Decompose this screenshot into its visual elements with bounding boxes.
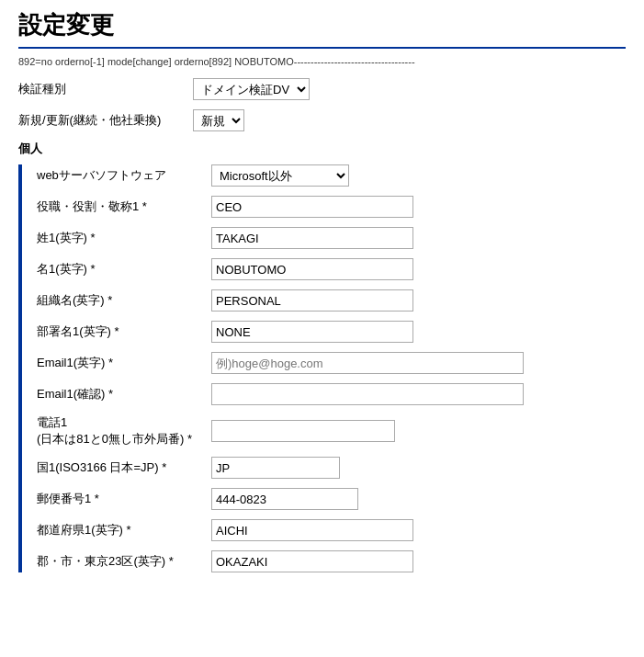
postal-input[interactable]: [211, 488, 358, 510]
dept-input[interactable]: [211, 321, 413, 343]
new-update-select[interactable]: 新規 更新: [193, 109, 244, 131]
city-input[interactable]: [211, 550, 413, 572]
firstname-input[interactable]: [211, 258, 413, 280]
dept-label: 部署名1(英字) *: [37, 323, 211, 340]
phone-input[interactable]: [211, 420, 395, 442]
web-server-select[interactable]: Microsoft以外 Microsoft IIS: [211, 164, 349, 187]
org-input[interactable]: [211, 289, 413, 312]
lastname-input[interactable]: [211, 227, 413, 249]
prefecture-input[interactable]: [211, 519, 413, 541]
firstname-label: 名1(英字) *: [37, 261, 211, 278]
email1-input[interactable]: [211, 352, 524, 374]
email1-label: Email1(英字) *: [37, 355, 211, 371]
city-label: 郡・市・東京23区(英字) *: [37, 553, 211, 570]
postal-label: 郵便番号1 *: [37, 491, 211, 507]
section-kojin: 個人: [18, 141, 626, 157]
title-label: 役職・役割・敬称1 *: [37, 198, 211, 215]
new-update-label: 新規/更新(継続・他社乗換): [18, 112, 193, 129]
country-label: 国1(ISO3166 日本=JP) *: [37, 459, 211, 476]
phone-label: 電話1 (日本は81と0無し市外局番) *: [37, 414, 211, 447]
verification-select[interactable]: ドメイン検証DV OV EV: [193, 78, 310, 100]
web-server-label: webサーバソフトウェア: [37, 167, 211, 184]
page-title: 設定変更: [18, 9, 626, 49]
meta-info: 892=no orderno[-1] mode[change] orderno[…: [18, 56, 626, 67]
email1-confirm-label: Email1(確認) *: [37, 386, 211, 402]
lastname-label: 姓1(英字) *: [37, 230, 211, 246]
email1-confirm-input[interactable]: [211, 383, 524, 405]
title-input[interactable]: [211, 196, 413, 218]
country-input[interactable]: [211, 457, 340, 479]
verification-label: 検証種別: [18, 81, 193, 97]
org-label: 組織名(英字) *: [37, 292, 211, 309]
prefecture-label: 都道府県1(英字) *: [37, 522, 211, 538]
